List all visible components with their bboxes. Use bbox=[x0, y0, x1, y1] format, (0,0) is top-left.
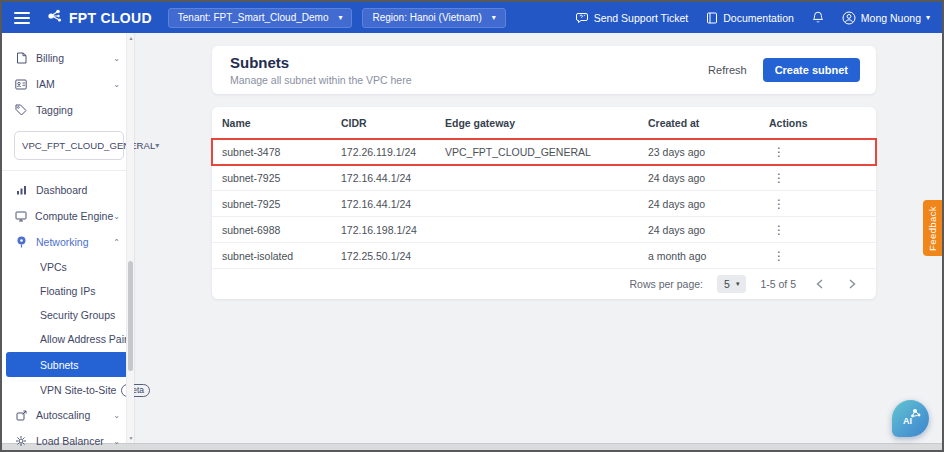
column-header-name: Name bbox=[212, 117, 331, 129]
sidebar-divider bbox=[2, 170, 134, 171]
sidebar-item-vpn-site-to-site[interactable]: VPN Site-to-Site beta bbox=[2, 378, 134, 402]
tenant-label: Tenant: FPT_Smart_Cloud_Demo bbox=[178, 12, 329, 23]
molecule-logo-icon bbox=[46, 8, 63, 28]
table-row[interactable]: subnet-3478 172.26.119.1/24 VPC_FPT_CLOU… bbox=[212, 139, 876, 165]
region-selector[interactable]: Region: Hanoi (Vietnam) ▾ bbox=[362, 8, 505, 28]
sidebar-item-load-balancer[interactable]: Load Balancer ⌄ bbox=[2, 428, 134, 452]
sidebar-item-label: Billing bbox=[36, 52, 64, 64]
sidebar-child-label: Floating IPs bbox=[40, 285, 95, 297]
column-header-cidr: CIDR bbox=[331, 117, 435, 129]
app-window: FPT CLOUD Tenant: FPT_Smart_Cloud_Demo ▾… bbox=[0, 0, 944, 452]
table-row[interactable]: subnet-isolated 172.25.50.1/24 a month a… bbox=[212, 243, 876, 269]
sidebar-item-dashboard[interactable]: Dashboard bbox=[2, 177, 134, 203]
scrollbar-down-arrow-icon[interactable]: ▼ bbox=[127, 435, 135, 441]
rows-per-page-select[interactable]: 5 ▾ bbox=[717, 275, 746, 293]
cell-name: subnet-7925 bbox=[212, 198, 331, 210]
cell-created-at: a month ago bbox=[638, 250, 759, 262]
support-label: Send Support Ticket bbox=[594, 12, 689, 24]
cell-cidr: 172.16.198.1/24 bbox=[331, 224, 435, 236]
sidebar-item-vpcs[interactable]: VPCs bbox=[2, 255, 134, 279]
monitor-icon bbox=[14, 211, 27, 222]
ai-chatbot-button[interactable]: AI bbox=[892, 400, 929, 437]
row-actions-kebab-icon[interactable]: ⋮ bbox=[769, 224, 789, 236]
notifications-bell-button[interactable] bbox=[812, 11, 824, 24]
sidebar-item-security-groups[interactable]: Security Groups bbox=[2, 303, 134, 327]
billing-document-icon bbox=[14, 52, 28, 64]
create-subnet-button[interactable]: Create subnet bbox=[763, 58, 860, 82]
previous-page-chevron-icon[interactable] bbox=[810, 279, 829, 289]
chevron-down-icon: ⌄ bbox=[113, 437, 120, 446]
sidebar-item-allow-address-pairs[interactable]: Allow Address Pairs bbox=[2, 327, 134, 351]
chevron-up-icon: ⌃ bbox=[113, 238, 120, 247]
user-menu[interactable]: Mong Nuong ▾ bbox=[842, 11, 930, 25]
chevron-down-icon: ⌄ bbox=[113, 212, 120, 221]
row-actions-kebab-icon[interactable]: ⋮ bbox=[769, 172, 789, 184]
sidebar-item-tagging[interactable]: Tagging bbox=[2, 97, 134, 123]
row-actions-kebab-icon[interactable]: ⋮ bbox=[769, 198, 789, 210]
subnets-table-card: Name CIDR Edge gateway Created at Action… bbox=[212, 107, 876, 299]
cell-name: subnet-7925 bbox=[212, 172, 331, 184]
sidebar-item-label: Autoscaling bbox=[36, 409, 90, 421]
feedback-tab[interactable]: Feedback bbox=[923, 200, 942, 256]
next-page-chevron-icon[interactable] bbox=[843, 279, 862, 289]
sidebar-item-autoscaling[interactable]: Autoscaling ⌄ bbox=[2, 402, 134, 428]
top-navigation-bar: FPT CLOUD Tenant: FPT_Smart_Cloud_Demo ▾… bbox=[2, 2, 942, 33]
cell-created-at: 24 days ago bbox=[638, 224, 759, 236]
row-actions-kebab-icon[interactable]: ⋮ bbox=[769, 146, 789, 158]
load-balancer-gear-icon bbox=[14, 435, 28, 447]
networking-globe-icon bbox=[14, 236, 28, 248]
documentation-button[interactable]: Documentation bbox=[706, 12, 794, 24]
sidebar-scrollbar[interactable]: ▲ ▼ bbox=[126, 33, 134, 443]
page-subtitle: Manage all subnet within the VPC here bbox=[230, 74, 412, 86]
sidebar-item-label: Tagging bbox=[36, 104, 73, 116]
sidebar-item-iam[interactable]: IAM ⌄ bbox=[2, 71, 134, 97]
table-row[interactable]: subnet-7925 172.16.44.1/24 24 days ago ⋮ bbox=[212, 191, 876, 217]
sidebar-item-compute-engine[interactable]: Compute Engine ⌄ bbox=[2, 203, 134, 229]
pagination-range-label: 1-5 of 5 bbox=[760, 278, 796, 290]
chevron-down-icon: ⌄ bbox=[113, 411, 120, 420]
user-avatar-icon bbox=[842, 11, 856, 25]
sidebar-item-networking[interactable]: Networking ⌃ bbox=[2, 229, 134, 255]
ai-molecule-icon: AI bbox=[900, 406, 922, 431]
table-row[interactable]: subnet-7925 172.16.44.1/24 24 days ago ⋮ bbox=[212, 165, 876, 191]
horizontal-scrollbar[interactable] bbox=[2, 443, 942, 450]
sidebar-item-label: Load Balancer bbox=[36, 435, 104, 447]
column-header-created-at: Created at bbox=[638, 117, 759, 129]
row-actions-kebab-icon[interactable]: ⋮ bbox=[769, 250, 789, 262]
vpc-selector-dropdown[interactable]: VPC_FPT_CLOUD_GENERAL ▾ bbox=[14, 131, 124, 160]
sidebar-child-label: VPCs bbox=[40, 261, 67, 273]
tag-icon bbox=[14, 104, 28, 116]
table-row[interactable]: subnet-6988 172.16.198.1/24 24 days ago … bbox=[212, 217, 876, 243]
tenant-selector[interactable]: Tenant: FPT_Smart_Cloud_Demo ▾ bbox=[168, 8, 353, 28]
column-header-actions: Actions bbox=[759, 117, 876, 129]
scrollbar-up-arrow-icon[interactable]: ▲ bbox=[127, 35, 135, 41]
support-chat-icon bbox=[576, 12, 589, 24]
chevron-down-icon: ⌄ bbox=[113, 80, 120, 89]
sidebar-item-billing[interactable]: Billing ⌄ bbox=[2, 45, 134, 71]
caret-down-icon: ▾ bbox=[926, 13, 930, 22]
main-content: Subnets Manage all subnet within the VPC… bbox=[135, 33, 942, 443]
fpt-cloud-logo[interactable]: FPT CLOUD bbox=[46, 8, 152, 28]
feedback-label: Feedback bbox=[927, 206, 938, 251]
cell-created-at: 23 days ago bbox=[638, 146, 759, 158]
sidebar-item-label: IAM bbox=[36, 78, 55, 90]
svg-text:AI: AI bbox=[903, 416, 912, 426]
sidebar-child-label: VPN Site-to-Site bbox=[40, 384, 116, 396]
logo-text: FPT CLOUD bbox=[69, 10, 152, 26]
cell-name: subnet-3478 bbox=[212, 146, 331, 158]
documentation-icon bbox=[706, 12, 718, 24]
sidebar-item-subnets[interactable]: Subnets bbox=[6, 352, 128, 377]
refresh-button[interactable]: Refresh bbox=[708, 64, 747, 76]
cell-name: subnet-isolated bbox=[212, 250, 331, 262]
documentation-label: Documentation bbox=[723, 12, 794, 24]
caret-down-icon: ▾ bbox=[338, 14, 342, 22]
cell-cidr: 172.16.44.1/24 bbox=[331, 172, 435, 184]
rows-per-page-label: Rows per page: bbox=[629, 278, 703, 290]
sidebar-child-label: Allow Address Pairs bbox=[40, 333, 133, 345]
cell-name: subnet-6988 bbox=[212, 224, 331, 236]
scrollbar-thumb[interactable] bbox=[128, 261, 133, 371]
caret-down-icon: ▾ bbox=[736, 280, 740, 288]
hamburger-menu-icon[interactable] bbox=[14, 12, 30, 24]
send-support-ticket-button[interactable]: Send Support Ticket bbox=[576, 12, 689, 24]
sidebar-item-floating-ips[interactable]: Floating IPs bbox=[2, 279, 134, 303]
